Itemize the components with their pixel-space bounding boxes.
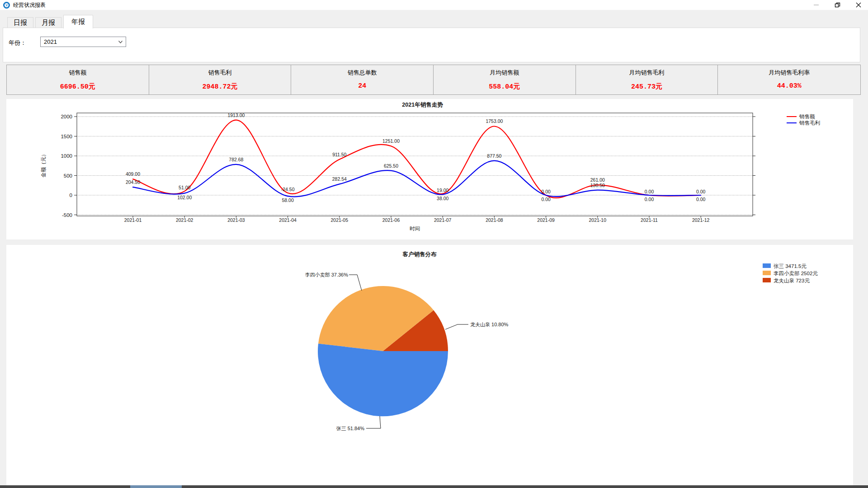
close-button[interactable] [855,1,862,9]
callout-label: 李四小卖部 37.36% [305,272,349,277]
stat-label: 月均销售毛利率 [718,69,860,77]
stat-value: 245.73元 [576,82,718,91]
point-label: 877.50 [487,153,501,159]
pie-slice-0 [318,343,448,416]
stat-label: 销售额 [7,69,149,77]
stat-cell-gross-profit: 销售毛利 2948.72元 [149,65,292,94]
point-label: 58.00 [282,197,293,203]
restore-button[interactable] [834,1,840,9]
callout-label: 龙夫山泉 10.80% [470,322,509,327]
stat-label: 销售毛利 [149,69,291,77]
chevron-down-icon [118,41,123,43]
stat-cell-monthly-avg-profit: 月均销售毛利 245.73元 [576,65,718,94]
tabstrip: 日报 月报 年报 [3,15,860,28]
stat-cell-monthly-avg-sales: 月均销售额 558.04元 [434,65,576,94]
tab-daily-report[interactable]: 日报 [7,17,33,28]
point-label: 130.50 [590,183,605,188]
x-tick-label: 2021-03 [227,217,245,223]
stat-label: 月均销售毛利 [576,69,718,77]
point-label: 1753.00 [486,118,503,124]
x-tick-label: 2021-11 [641,217,658,223]
y-tick-label: -500 [62,212,72,218]
tab-yearly-report[interactable]: 年报 [63,15,93,28]
point-label: 38.00 [437,196,448,201]
stat-value: 6696.50元 [7,82,149,91]
series-curve [133,161,701,197]
titlebar: V 经营状况报表 [0,0,868,10]
point-label: 0.00 [541,189,551,194]
line-chart-title: 2021年销售走势 [402,102,443,108]
window-title: 经营状况报表 [13,1,46,9]
pie-chart-title: 客户销售分布 [402,251,437,258]
close-icon [856,2,861,8]
point-label: 204.50 [126,179,140,185]
pie-chart-panel: 客户销售分布张三 3471.5元李四小卖部 2502元龙夫山泉 723元张三 5… [6,245,853,486]
x-tick-label: 2021-08 [486,217,503,223]
stat-value: 558.04元 [434,82,576,91]
tab-monthly-report[interactable]: 月报 [35,17,61,28]
point-label: 102.00 [177,195,192,200]
stat-label: 销售总单数 [291,69,433,77]
point-label: 911.50 [332,152,346,157]
legend-swatch [763,263,771,268]
point-label: 19.00 [437,188,448,193]
point-label: -24.50 [281,187,295,192]
point-label: 261.00 [590,177,605,183]
taskbar-app-indicator[interactable] [130,485,182,488]
x-tick-label: 2021-04 [279,217,297,223]
point-label: 0.00 [696,189,706,194]
point-label: 0.00 [696,197,706,202]
x-axis-title: 时间 [410,226,420,231]
x-tick-label: 2021-09 [537,217,555,223]
y-tick-label: 0 [70,192,72,198]
x-tick-label: 2021-01 [124,217,142,223]
callout-line [445,324,468,329]
y-tick-label: 1000 [61,153,72,159]
minimize-button[interactable] [813,1,819,9]
point-label: 0.00 [645,189,654,194]
callout-line [366,416,381,428]
point-label: 0.00 [541,197,551,202]
callout-line [349,275,362,291]
y-tick-label: 500 [64,173,72,178]
stats-table: 销售额 6696.50元 销售毛利 2948.72元 销售总单数 24 月均销售… [6,65,861,95]
x-tick-label: 2021-07 [434,217,452,223]
legend-label: 销售额 [799,114,815,119]
stat-cell-monthly-avg-margin: 月均销售毛利率 44.03% [718,65,860,94]
x-tick-label: 2021-12 [692,217,710,223]
window-controls [813,0,862,10]
stat-cell-order-count: 销售总单数 24 [291,65,434,94]
point-label: 409.00 [126,171,140,177]
point-label: 782.68 [229,157,243,162]
line-chart-panel: 2000150010005000-5002021-012021-022021-0… [6,99,853,239]
restore-icon [835,2,840,8]
taskbar[interactable] [0,485,868,488]
legend-label: 销售毛利 [799,120,820,126]
pie-legend-label: 李四小卖部 2502元 [774,271,818,276]
callout-label: 张三 51.84% [336,426,365,431]
x-tick-label: 2021-06 [382,217,400,223]
stat-label: 月均销售额 [434,69,576,77]
y-axis-title: 金额（元） [41,151,46,178]
point-label: 1251.00 [382,138,400,144]
pie-legend-label: 张三 3471.5元 [774,263,807,269]
stat-value: 24 [291,82,433,90]
year-filter-label: 年份： [9,39,26,47]
y-tick-label: 1500 [61,134,72,139]
x-tick-label: 2021-10 [589,217,607,223]
x-tick-label: 2021-05 [331,217,349,223]
minimize-icon [814,5,819,5]
yearly-report-panel: 年份： 2021 [3,28,860,62]
stat-value: 2948.72元 [149,82,291,91]
legend-swatch [763,271,771,275]
app-icon: V [3,2,10,9]
legend-swatch [763,278,771,282]
point-label: 1913.00 [227,113,245,118]
point-label: 0.00 [645,197,654,202]
series-curve [133,120,701,198]
x-tick-label: 2021-02 [176,217,193,223]
pie-chart: 客户销售分布张三 3471.5元李四小卖部 2502元龙夫山泉 723元张三 5… [6,245,853,486]
year-select[interactable]: 2021 [40,37,126,47]
point-label: 625.50 [384,163,398,169]
stat-cell-sales: 销售额 6696.50元 [7,65,149,94]
